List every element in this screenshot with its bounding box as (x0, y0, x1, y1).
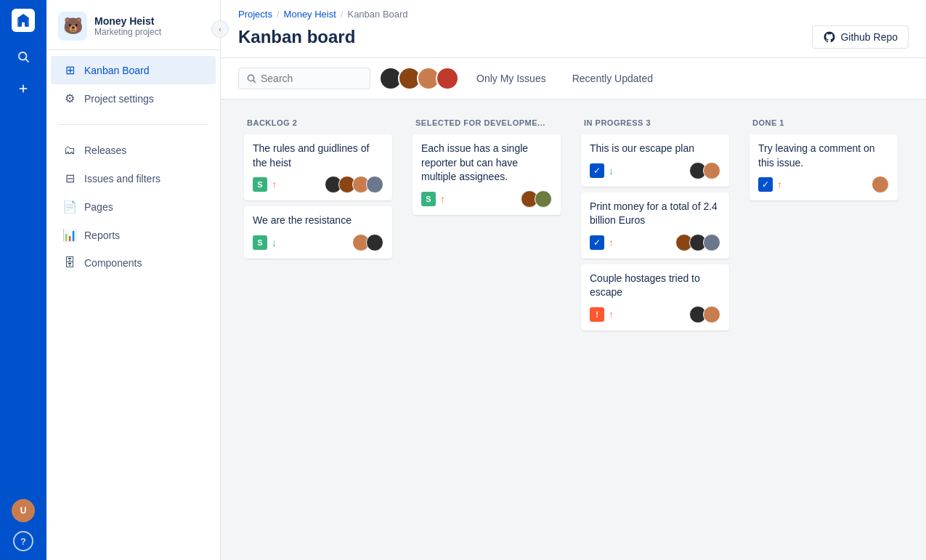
user-avatar[interactable]: U (12, 499, 35, 522)
card-inprogress-3[interactable]: Couple hostages tried to escape ! ↑ (581, 264, 729, 330)
avatar (703, 234, 720, 251)
card-avatars (689, 306, 720, 323)
app-logo[interactable] (12, 9, 35, 32)
column-inprogress: IN PROGRESS 3 This is our escape plan ✓ … (575, 111, 735, 336)
card-selected-1[interactable]: Each issue has a single reporter but can… (413, 134, 561, 215)
project-info: Money Heist Marketing project (94, 15, 208, 37)
check-icon: ✓ (590, 235, 604, 250)
project-name: Money Heist (94, 15, 208, 27)
priority-icon: ↑ (777, 179, 782, 190)
nav-label-settings: Project settings (84, 93, 154, 105)
github-repo-label: Github Repo (840, 31, 898, 43)
card-title: Each issue has a single reporter but can… (421, 142, 552, 184)
collapse-button[interactable]: ‹ (211, 20, 229, 38)
search-input[interactable] (261, 73, 362, 84)
components-icon: 🗄 (62, 256, 77, 269)
toolbar: Only My Issues Recently Updated (221, 58, 926, 100)
card-avatars (325, 176, 383, 193)
card-title: The rules and guidlines of the heist (253, 142, 383, 170)
priority-icon: ↑ (440, 193, 445, 205)
search-button[interactable] (10, 44, 36, 70)
filter-recently-updated[interactable]: Recently Updated (564, 68, 662, 89)
avatar (366, 234, 383, 251)
github-icon (823, 31, 836, 44)
avatar (872, 176, 889, 193)
avatar-4[interactable] (436, 67, 459, 90)
card-inprogress-1[interactable]: This is our escape plan ✓ ↓ (581, 134, 729, 187)
svg-point-1 (19, 52, 27, 60)
search-icon (246, 73, 256, 84)
help-button[interactable]: ? (13, 531, 33, 551)
nav-item-reports[interactable]: 📊 Reports (51, 221, 216, 249)
github-repo-button[interactable]: Github Repo (812, 25, 909, 49)
sidebar-divider (58, 124, 208, 125)
priority-icon: ↓ (609, 165, 614, 176)
breadcrumb-sep-1: / (277, 9, 280, 20)
card-done-1[interactable]: Try leaving a comment on this issue. ✓ ↑ (750, 134, 898, 200)
breadcrumb-moneyheist[interactable]: Money Heist (284, 9, 336, 20)
reports-icon: 📊 (62, 228, 77, 242)
card-title: This is our escape plan (590, 142, 720, 156)
badge-story: S (253, 177, 267, 192)
priority-icon: ↓ (272, 237, 277, 248)
project-icon: 🐻 (58, 12, 87, 41)
search-box[interactable] (238, 68, 370, 89)
priority-icon: ↑ (272, 179, 277, 190)
card-footer: ✓ ↑ (590, 234, 720, 251)
column-done: DONE 1 Try leaving a comment on this iss… (744, 111, 903, 206)
breadcrumb-sep-2: / (341, 9, 344, 20)
card-footer: S ↑ (253, 176, 383, 193)
main-header: Projects / Money Heist / Kanban Board Ka… (221, 0, 926, 58)
avatar (703, 162, 720, 179)
nav-item-kanban[interactable]: ⊞ Kanban Board (51, 56, 216, 84)
check-icon: ✓ (758, 177, 773, 192)
svg-line-6 (253, 81, 256, 83)
sidebar-nav-secondary: 🗂 Releases ⊟ Issues and filters 📄 Pages … (46, 131, 220, 283)
card-avatars (521, 190, 552, 208)
card-title: Couple hostages tried to escape (590, 272, 720, 300)
nav-item-pages[interactable]: 📄 Pages (51, 192, 216, 221)
card-backlog-2[interactable]: We are the resistance S ↓ (244, 206, 392, 259)
nav-item-issues[interactable]: ⊟ Issues and filters (51, 164, 216, 192)
page-title-row: Kanban board Github Repo (238, 25, 909, 57)
sidebar: 🐻 Money Heist Marketing project ‹ ⊞ Kanb… (46, 0, 221, 560)
column-selected: SELECTED FOR DEVELOPME... Each issue has… (407, 111, 566, 221)
breadcrumb-projects[interactable]: Projects (238, 9, 272, 20)
check-icon: ✓ (590, 163, 604, 178)
column-backlog-header: BACKLOG 2 (238, 111, 398, 134)
priority-icon: ↑ (609, 309, 614, 320)
card-inprogress-2[interactable]: Print money for a total of 2.4 billion E… (581, 192, 729, 259)
card-backlog-1[interactable]: The rules and guidlines of the heist S ↑ (244, 134, 392, 200)
card-footer: ✓ ↓ (590, 162, 720, 179)
badge-story: S (421, 192, 436, 206)
column-backlog-cards: The rules and guidlines of the heist S ↑ (238, 134, 398, 264)
nav-item-releases[interactable]: 🗂 Releases (51, 137, 216, 164)
nav-label-pages: Pages (84, 201, 113, 213)
svg-point-5 (248, 75, 253, 81)
settings-icon: ⚙ (62, 92, 77, 105)
column-backlog: BACKLOG 2 The rules and guidlines of the… (238, 111, 398, 264)
column-done-cards: Try leaving a comment on this issue. ✓ ↑ (744, 134, 903, 206)
column-done-header: DONE 1 (744, 111, 903, 134)
releases-icon: 🗂 (62, 144, 77, 157)
icon-bar: U ? (0, 0, 46, 560)
card-avatars (872, 176, 889, 193)
project-header: 🐻 Money Heist Marketing project ‹ (46, 0, 220, 50)
filter-my-issues[interactable]: Only My Issues (468, 68, 555, 89)
nav-label-issues: Issues and filters (84, 173, 161, 184)
card-footer: S ↑ (421, 190, 552, 208)
badge-bug: ! (590, 307, 604, 322)
avatar (366, 176, 383, 193)
priority-icon: ↑ (609, 237, 614, 248)
card-footer: S ↓ (253, 234, 383, 251)
card-title: Print money for a total of 2.4 billion E… (590, 200, 720, 228)
card-title: We are the resistance (253, 214, 383, 228)
nav-item-components[interactable]: 🗄 Components (51, 249, 216, 277)
kanban-board: BACKLOG 2 The rules and guidlines of the… (221, 100, 926, 560)
add-button[interactable] (10, 76, 36, 102)
nav-item-settings[interactable]: ⚙ Project settings (51, 84, 216, 113)
badge-story: S (253, 235, 267, 250)
svg-marker-0 (17, 15, 29, 26)
column-selected-header: SELECTED FOR DEVELOPME... (407, 111, 566, 134)
nav-label-components: Components (84, 257, 142, 269)
